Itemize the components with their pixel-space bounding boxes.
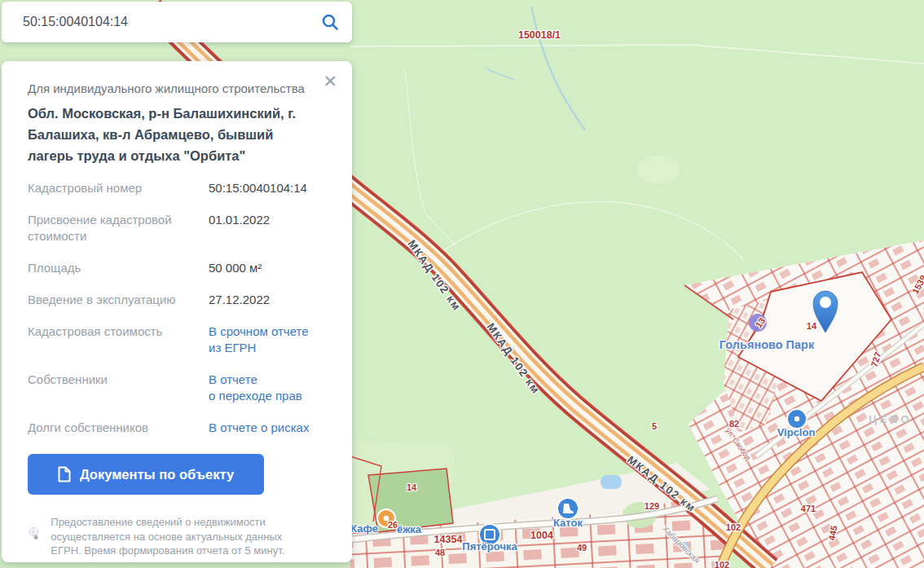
row-cadastral-number: Кадастровый номер 50:15:0040104:14 xyxy=(28,180,331,196)
poi-label-katok[interactable]: Каток xyxy=(553,517,583,529)
row-cadastral-value: Кадастровая стоимость В срочном отчете и… xyxy=(28,324,331,356)
poi-label-pyaterochka[interactable]: Пятёрочка xyxy=(462,540,517,553)
forest-clearing xyxy=(637,155,680,184)
row-label: Присвоение кадастровой стоимости xyxy=(28,212,209,244)
close-icon[interactable]: ✕ xyxy=(319,69,341,93)
attribute-rows: Кадастровый номер 50:15:0040104:14 Присв… xyxy=(28,180,331,436)
place-label: ЦЕВО xyxy=(869,413,912,425)
ownership-transfer-report-link[interactable]: В отчете о переходе прав xyxy=(209,372,302,404)
parcel-label: 102 xyxy=(715,560,729,568)
poi-label-cafe[interactable]: Кафе xyxy=(350,522,378,535)
row-owner-debts: Долги собственников В отчете о рисках xyxy=(28,420,331,436)
parcel-label: 14 xyxy=(407,482,416,492)
row-value: 50 000 м² xyxy=(209,260,262,276)
parcel-label: 48 xyxy=(435,548,445,557)
row-label: Площадь xyxy=(28,260,209,276)
row-label: Долги собственников xyxy=(28,420,209,436)
search-input[interactable] xyxy=(21,14,315,30)
usage-type: Для индивидуального жилищного строительс… xyxy=(28,81,331,97)
pond xyxy=(601,475,622,489)
risks-report-link[interactable]: В отчете о рисках xyxy=(209,420,309,436)
row-valuation-date: Присвоение кадастровой стоимости 01.01.2… xyxy=(28,212,331,244)
parcel-label: 5 xyxy=(652,421,657,431)
document-icon xyxy=(58,466,71,482)
row-value: 50:15:0040104:14 xyxy=(209,180,307,196)
documents-button-label: Документы по объекту xyxy=(80,467,234,482)
parcel-label: 14 xyxy=(807,321,816,331)
park-label[interactable]: Гольяново Парк xyxy=(719,338,814,351)
row-area: Площадь 50 000 м² xyxy=(28,260,331,276)
row-label: Кадастровый номер xyxy=(28,180,209,196)
row-owners: Собственники В отчете о переходе прав xyxy=(28,372,331,404)
parcel-label: 1004 xyxy=(530,530,553,541)
parcel-label: 102 xyxy=(726,522,741,532)
poi-label-cafe-name[interactable]: ёжка xyxy=(397,523,421,535)
search-bar xyxy=(2,2,352,42)
parcel-label: 471 xyxy=(801,504,816,513)
panel-footer: Предоставление сведений о недвижимости о… xyxy=(28,515,313,558)
poi-label-vipclon[interactable]: Vipclon xyxy=(777,426,816,438)
row-label: Введение в эксплуатацию xyxy=(28,292,209,308)
parcel-label: 14354 xyxy=(434,534,463,545)
object-address: Обл. Московская, р-н Балашихинский, г. Б… xyxy=(28,103,297,166)
row-value: 01.01.2022 xyxy=(209,212,270,244)
parcel-label: 129 xyxy=(645,501,659,511)
rosreestr-logo-icon xyxy=(28,515,40,553)
object-info-panel: ✕ Для индивидуального жилищного строител… xyxy=(2,61,352,562)
footer-note: Предоставление сведений о недвижимости о… xyxy=(51,515,313,558)
row-value: 27.12.2022 xyxy=(209,292,270,308)
search-button[interactable] xyxy=(315,13,352,31)
search-icon xyxy=(321,13,339,31)
parcel-label: 150018/1 xyxy=(518,29,561,41)
documents-button[interactable]: Документы по объекту xyxy=(28,454,264,495)
parcel-label: 49 xyxy=(577,543,587,553)
row-label: Кадастровая стоимость xyxy=(28,324,209,356)
row-label: Собственники xyxy=(28,372,209,404)
egrn-report-link[interactable]: В срочном отчете из ЕГРН xyxy=(209,324,309,356)
row-commissioning: Введение в эксплуатацию 27.12.2022 xyxy=(28,292,331,308)
